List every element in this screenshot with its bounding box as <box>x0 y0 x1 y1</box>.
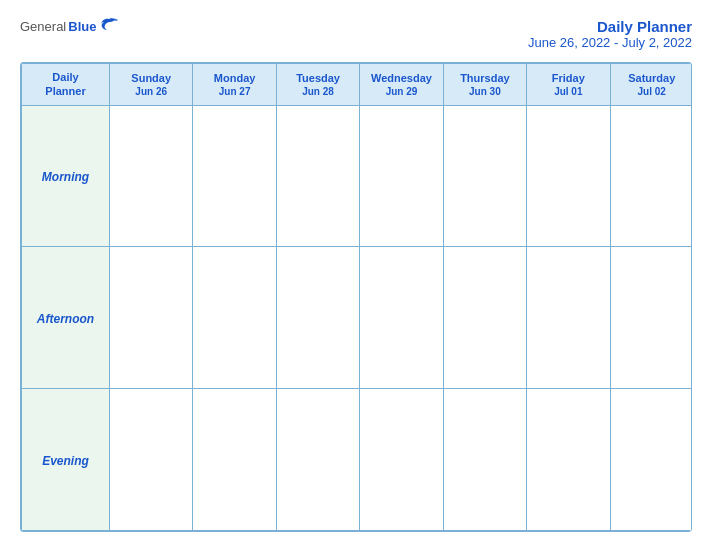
col-date-text: Jul 02 <box>613 85 691 98</box>
data-cell[interactable] <box>360 389 443 531</box>
col-label-text: Saturday <box>613 71 691 85</box>
data-cell[interactable] <box>193 105 276 247</box>
col-header-friday: FridayJul 01 <box>527 64 610 106</box>
data-cell[interactable] <box>193 247 276 389</box>
data-cell[interactable] <box>276 389 359 531</box>
col-label-text: Thursday <box>446 71 524 85</box>
data-cell[interactable] <box>360 105 443 247</box>
data-cell[interactable] <box>276 247 359 389</box>
data-cell[interactable] <box>443 389 526 531</box>
data-cell[interactable] <box>443 247 526 389</box>
data-cell[interactable] <box>110 389 193 531</box>
data-cell[interactable] <box>610 247 692 389</box>
header-title: Daily Planner <box>528 18 692 35</box>
row-label-evening: Evening <box>22 389 110 531</box>
row-label-text: Morning <box>42 170 89 184</box>
calendar-table: DailyPlannerSundayJun 26MondayJun 27Tues… <box>21 63 692 531</box>
data-cell[interactable] <box>443 105 526 247</box>
data-cell[interactable] <box>527 247 610 389</box>
row-label-text: Evening <box>42 454 89 468</box>
col-header-sunday: SundayJun 26 <box>110 64 193 106</box>
col-header-monday: MondayJun 27 <box>193 64 276 106</box>
col-label-text: Monday <box>195 71 273 85</box>
logo-blue-text: Blue <box>68 19 96 34</box>
data-cell[interactable] <box>193 389 276 531</box>
col-date-text: Jun 29 <box>362 85 440 98</box>
logo: General Blue <box>20 18 118 34</box>
calendar-wrapper: DailyPlannerSundayJun 26MondayJun 27Tues… <box>20 62 692 532</box>
col-label-text: DailyPlanner <box>24 70 107 99</box>
col-label-text: Wednesday <box>362 71 440 85</box>
col-header-label: DailyPlanner <box>22 64 110 106</box>
col-date-text: Jun 30 <box>446 85 524 98</box>
col-header-saturday: SaturdayJul 02 <box>610 64 692 106</box>
data-cell[interactable] <box>276 105 359 247</box>
page: General Blue Daily Planner June 26, 2022… <box>0 0 712 550</box>
col-date-text: Jul 01 <box>529 85 607 98</box>
data-cell[interactable] <box>110 105 193 247</box>
data-cell[interactable] <box>527 389 610 531</box>
data-cell[interactable] <box>110 247 193 389</box>
header-title-area: Daily Planner June 26, 2022 - July 2, 20… <box>528 18 692 50</box>
data-cell[interactable] <box>610 389 692 531</box>
col-date-text: Jun 26 <box>112 85 190 98</box>
col-date-text: Jun 28 <box>279 85 357 98</box>
row-label-text: Afternoon <box>37 312 94 326</box>
logo-general-text: General <box>20 19 66 34</box>
col-label-text: Sunday <box>112 71 190 85</box>
data-cell[interactable] <box>610 105 692 247</box>
data-cell[interactable] <box>360 247 443 389</box>
header-row: DailyPlannerSundayJun 26MondayJun 27Tues… <box>22 64 693 106</box>
table-row: Afternoon <box>22 247 693 389</box>
col-header-thursday: ThursdayJun 30 <box>443 64 526 106</box>
row-label-morning: Morning <box>22 105 110 247</box>
logo-area: General Blue <box>20 18 118 34</box>
table-row: Evening <box>22 389 693 531</box>
data-cell[interactable] <box>527 105 610 247</box>
row-label-afternoon: Afternoon <box>22 247 110 389</box>
col-date-text: Jun 27 <box>195 85 273 98</box>
col-label-text: Tuesday <box>279 71 357 85</box>
col-header-wednesday: WednesdayJun 29 <box>360 64 443 106</box>
col-label-text: Friday <box>529 71 607 85</box>
header: General Blue Daily Planner June 26, 2022… <box>20 18 692 50</box>
col-header-tuesday: TuesdayJun 28 <box>276 64 359 106</box>
logo-bird-icon <box>100 18 118 34</box>
table-row: Morning <box>22 105 693 247</box>
header-subtitle: June 26, 2022 - July 2, 2022 <box>528 35 692 50</box>
